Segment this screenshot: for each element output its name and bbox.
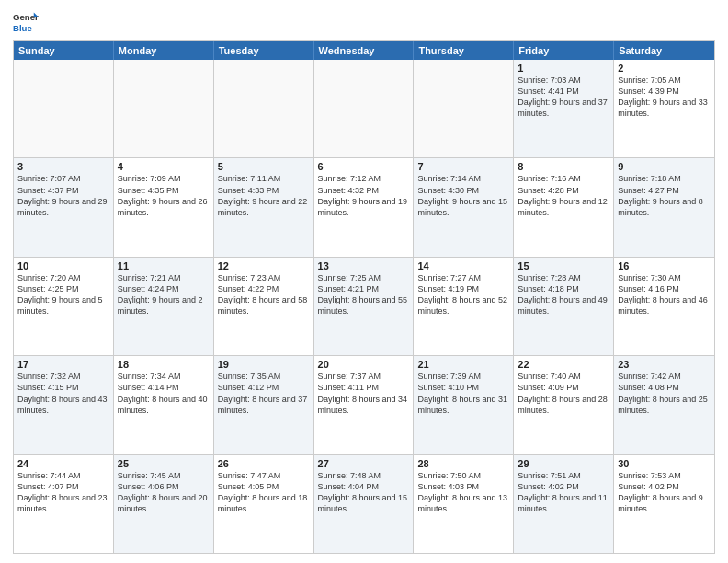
day-number: 7: [417, 161, 509, 172]
cal-cell-day-19: 19Sunrise: 7:35 AM Sunset: 4:12 PM Dayli…: [214, 356, 314, 454]
cal-cell-day-18: 18Sunrise: 7:34 AM Sunset: 4:14 PM Dayli…: [114, 356, 214, 454]
calendar: SundayMondayTuesdayWednesdayThursdayFrid…: [13, 40, 715, 554]
cal-cell-day-30: 30Sunrise: 7:53 AM Sunset: 4:02 PM Dayli…: [614, 455, 714, 553]
day-number: 21: [417, 359, 509, 370]
day-number: 18: [118, 359, 210, 370]
cell-info: Sunrise: 7:35 AM Sunset: 4:12 PM Dayligh…: [218, 371, 310, 416]
day-number: 2: [618, 63, 711, 74]
weekday-header-tuesday: Tuesday: [214, 41, 314, 60]
cal-cell-day-12: 12Sunrise: 7:23 AM Sunset: 4:22 PM Dayli…: [214, 258, 314, 355]
day-number: 5: [218, 161, 310, 172]
weekday-header-monday: Monday: [114, 41, 214, 60]
logo-icon: General Blue: [13, 9, 39, 35]
cell-info: Sunrise: 7:14 AM Sunset: 4:30 PM Dayligh…: [417, 173, 509, 218]
day-number: 9: [618, 161, 711, 172]
cell-info: Sunrise: 7:51 AM Sunset: 4:02 PM Dayligh…: [518, 470, 609, 515]
svg-text:Blue: Blue: [13, 23, 32, 33]
cell-info: Sunrise: 7:32 AM Sunset: 4:15 PM Dayligh…: [17, 371, 109, 416]
cell-info: Sunrise: 7:30 AM Sunset: 4:16 PM Dayligh…: [618, 272, 711, 317]
weekday-header-thursday: Thursday: [414, 41, 514, 60]
cell-info: Sunrise: 7:16 AM Sunset: 4:28 PM Dayligh…: [518, 173, 609, 218]
cell-info: Sunrise: 7:44 AM Sunset: 4:07 PM Dayligh…: [17, 470, 109, 515]
cal-cell-day-9: 9Sunrise: 7:18 AM Sunset: 4:27 PM Daylig…: [614, 158, 714, 256]
cal-cell-empty-0-3: [314, 60, 415, 157]
day-number: 22: [518, 359, 609, 370]
cal-cell-day-8: 8Sunrise: 7:16 AM Sunset: 4:28 PM Daylig…: [514, 158, 614, 256]
day-number: 30: [618, 458, 711, 469]
weekday-header-wednesday: Wednesday: [314, 41, 415, 60]
cell-info: Sunrise: 7:39 AM Sunset: 4:10 PM Dayligh…: [417, 371, 509, 416]
cell-info: Sunrise: 7:05 AM Sunset: 4:39 PM Dayligh…: [618, 75, 711, 120]
cal-cell-day-25: 25Sunrise: 7:45 AM Sunset: 4:06 PM Dayli…: [114, 455, 214, 553]
cal-cell-empty-0-1: [114, 60, 214, 157]
weekday-header-sunday: Sunday: [14, 41, 114, 60]
day-number: 8: [518, 161, 609, 172]
cal-cell-empty-0-4: [414, 60, 514, 157]
cell-info: Sunrise: 7:23 AM Sunset: 4:22 PM Dayligh…: [218, 272, 310, 317]
day-number: 25: [118, 458, 210, 469]
cal-cell-day-10: 10Sunrise: 7:20 AM Sunset: 4:25 PM Dayli…: [14, 258, 114, 355]
calendar-row-3: 10Sunrise: 7:20 AM Sunset: 4:25 PM Dayli…: [14, 258, 714, 356]
cal-cell-day-24: 24Sunrise: 7:44 AM Sunset: 4:07 PM Dayli…: [14, 455, 114, 553]
day-number: 19: [218, 359, 310, 370]
day-number: 23: [618, 359, 711, 370]
cal-cell-day-2: 2Sunrise: 7:05 AM Sunset: 4:39 PM Daylig…: [614, 60, 714, 157]
cal-cell-day-29: 29Sunrise: 7:51 AM Sunset: 4:02 PM Dayli…: [514, 455, 614, 553]
day-number: 20: [318, 359, 410, 370]
cal-cell-day-1: 1Sunrise: 7:03 AM Sunset: 4:41 PM Daylig…: [514, 60, 614, 157]
cal-cell-day-6: 6Sunrise: 7:12 AM Sunset: 4:32 PM Daylig…: [314, 158, 415, 256]
day-number: 29: [518, 458, 609, 469]
cal-cell-day-16: 16Sunrise: 7:30 AM Sunset: 4:16 PM Dayli…: [614, 258, 714, 355]
cell-info: Sunrise: 7:37 AM Sunset: 4:11 PM Dayligh…: [318, 371, 410, 416]
day-number: 1: [518, 63, 609, 74]
cal-cell-day-28: 28Sunrise: 7:50 AM Sunset: 4:03 PM Dayli…: [414, 455, 514, 553]
cal-cell-day-21: 21Sunrise: 7:39 AM Sunset: 4:10 PM Dayli…: [414, 356, 514, 454]
cell-info: Sunrise: 7:09 AM Sunset: 4:35 PM Dayligh…: [118, 173, 210, 218]
calendar-row-1: 1Sunrise: 7:03 AM Sunset: 4:41 PM Daylig…: [14, 60, 714, 158]
cell-info: Sunrise: 7:28 AM Sunset: 4:18 PM Dayligh…: [518, 272, 609, 317]
cal-cell-day-15: 15Sunrise: 7:28 AM Sunset: 4:18 PM Dayli…: [514, 258, 614, 355]
cell-info: Sunrise: 7:42 AM Sunset: 4:08 PM Dayligh…: [618, 371, 711, 416]
cell-info: Sunrise: 7:45 AM Sunset: 4:06 PM Dayligh…: [118, 470, 210, 515]
cal-cell-day-14: 14Sunrise: 7:27 AM Sunset: 4:19 PM Dayli…: [414, 258, 514, 355]
day-number: 12: [218, 260, 310, 271]
calendar-row-5: 24Sunrise: 7:44 AM Sunset: 4:07 PM Dayli…: [14, 455, 714, 553]
cell-info: Sunrise: 7:03 AM Sunset: 4:41 PM Dayligh…: [518, 75, 609, 120]
day-number: 27: [318, 458, 410, 469]
calendar-body: 1Sunrise: 7:03 AM Sunset: 4:41 PM Daylig…: [14, 60, 714, 553]
day-number: 3: [17, 161, 109, 172]
cal-cell-day-5: 5Sunrise: 7:11 AM Sunset: 4:33 PM Daylig…: [214, 158, 314, 256]
logo: General Blue: [13, 9, 44, 35]
cal-cell-day-11: 11Sunrise: 7:21 AM Sunset: 4:24 PM Dayli…: [114, 258, 214, 355]
day-number: 26: [218, 458, 310, 469]
page-header: General Blue: [13, 9, 715, 35]
cell-info: Sunrise: 7:18 AM Sunset: 4:27 PM Dayligh…: [618, 173, 711, 218]
weekday-header-saturday: Saturday: [614, 41, 714, 60]
cal-cell-day-3: 3Sunrise: 7:07 AM Sunset: 4:37 PM Daylig…: [14, 158, 114, 256]
calendar-row-4: 17Sunrise: 7:32 AM Sunset: 4:15 PM Dayli…: [14, 356, 714, 454]
cell-info: Sunrise: 7:11 AM Sunset: 4:33 PM Dayligh…: [218, 173, 310, 218]
day-number: 24: [17, 458, 109, 469]
cal-cell-day-22: 22Sunrise: 7:40 AM Sunset: 4:09 PM Dayli…: [514, 356, 614, 454]
cell-info: Sunrise: 7:12 AM Sunset: 4:32 PM Dayligh…: [318, 173, 410, 218]
day-number: 16: [618, 260, 711, 271]
day-number: 6: [318, 161, 410, 172]
weekday-header-friday: Friday: [514, 41, 614, 60]
cal-cell-day-20: 20Sunrise: 7:37 AM Sunset: 4:11 PM Dayli…: [314, 356, 415, 454]
cell-info: Sunrise: 7:47 AM Sunset: 4:05 PM Dayligh…: [218, 470, 310, 515]
day-number: 17: [17, 359, 109, 370]
cal-cell-day-27: 27Sunrise: 7:48 AM Sunset: 4:04 PM Dayli…: [314, 455, 415, 553]
calendar-row-2: 3Sunrise: 7:07 AM Sunset: 4:37 PM Daylig…: [14, 158, 714, 257]
cell-info: Sunrise: 7:53 AM Sunset: 4:02 PM Dayligh…: [618, 470, 711, 515]
cell-info: Sunrise: 7:34 AM Sunset: 4:14 PM Dayligh…: [118, 371, 210, 416]
day-number: 4: [118, 161, 210, 172]
day-number: 10: [17, 260, 109, 271]
cell-info: Sunrise: 7:48 AM Sunset: 4:04 PM Dayligh…: [318, 470, 410, 515]
cal-cell-day-26: 26Sunrise: 7:47 AM Sunset: 4:05 PM Dayli…: [214, 455, 314, 553]
cell-info: Sunrise: 7:21 AM Sunset: 4:24 PM Dayligh…: [118, 272, 210, 317]
day-number: 13: [318, 260, 410, 271]
cell-info: Sunrise: 7:25 AM Sunset: 4:21 PM Dayligh…: [318, 272, 410, 317]
cell-info: Sunrise: 7:50 AM Sunset: 4:03 PM Dayligh…: [417, 470, 509, 515]
day-number: 11: [118, 260, 210, 271]
cal-cell-day-13: 13Sunrise: 7:25 AM Sunset: 4:21 PM Dayli…: [314, 258, 415, 355]
